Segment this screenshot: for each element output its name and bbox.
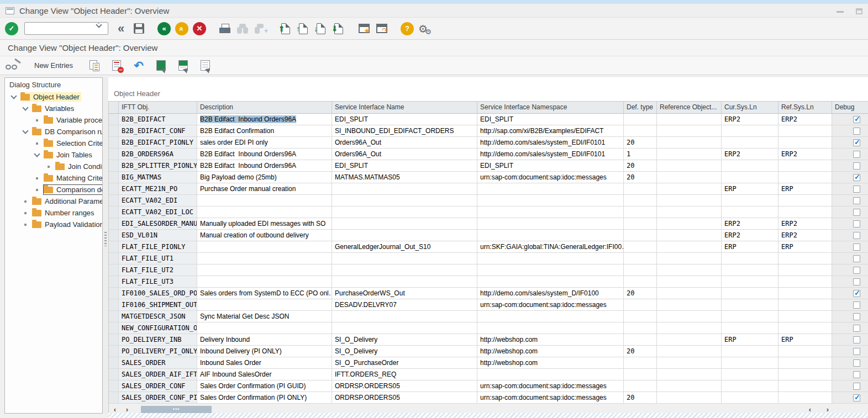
def_type-cell[interactable] (624, 276, 657, 288)
si_name-cell[interactable]: Orders96A_Out (332, 149, 477, 160)
si_name-cell[interactable]: ORDRSP.ORDERS05 (332, 392, 477, 404)
def_type-cell[interactable] (624, 380, 657, 392)
column-header-desc[interactable]: Description (197, 102, 332, 114)
debug-checkbox[interactable] (853, 186, 860, 193)
cur_sys-cell[interactable]: ERP2 (722, 114, 778, 125)
obj-cell[interactable]: PO_DELIVERY_PI_ONLY (119, 346, 197, 357)
desc-cell[interactable]: Sync Material Get Desc JSON (197, 311, 332, 322)
ref_obj-cell[interactable] (657, 346, 722, 357)
row-selector[interactable] (109, 125, 119, 137)
row-selector[interactable] (109, 160, 119, 172)
ref_sys-cell[interactable] (778, 160, 832, 172)
ref_obj-cell[interactable] (657, 392, 722, 404)
ref_sys-cell[interactable]: ERP2 (778, 230, 832, 241)
obj-cell[interactable]: MATGETDESCR_JSON (119, 311, 197, 322)
debug-checkbox[interactable] (853, 116, 860, 123)
def_type-cell[interactable] (624, 207, 657, 218)
row-selector[interactable] (109, 264, 119, 276)
cur_sys-cell[interactable] (722, 137, 778, 149)
si_name-cell[interactable] (332, 230, 477, 241)
si_name-cell[interactable]: PurchaseOrderWS_Out (332, 288, 477, 299)
ref_sys-cell[interactable] (778, 137, 832, 149)
obj-cell[interactable]: EDI_SALESORDER_MANU (119, 218, 197, 230)
debug-checkbox[interactable] (853, 139, 860, 146)
column-header-debug[interactable]: Debug (832, 102, 868, 114)
si_name-cell[interactable]: SI_INBOUND_EDI_EDIFACT_ORDERS (332, 125, 477, 137)
debug-checkbox[interactable] (853, 348, 860, 355)
desc-cell[interactable]: Sales orders from SystemD to ECC (PO onl… (197, 288, 332, 299)
def_type-cell[interactable] (624, 334, 657, 346)
ref_obj-cell[interactable] (657, 230, 722, 241)
ref_obj-cell[interactable] (657, 160, 722, 172)
ref_sys-cell[interactable]: ERP2 (778, 218, 832, 230)
create-session-icon[interactable]: ★ (357, 21, 371, 36)
debug-checkbox[interactable] (853, 394, 860, 401)
ref_sys-cell[interactable] (778, 346, 832, 357)
tree-item-number-ranges[interactable]: Number ranges (5, 207, 102, 219)
def_type-cell[interactable] (624, 114, 657, 125)
si_ns-cell[interactable] (477, 207, 624, 218)
si_name-cell[interactable]: Orders96A_Out (332, 137, 477, 149)
obj-cell[interactable]: ECATT_VA02_EDI_LOC (119, 207, 197, 218)
cur_sys-cell[interactable] (722, 160, 778, 172)
undo-icon[interactable]: ↶ (131, 58, 146, 73)
si_ns-cell[interactable]: http://webshop.com (477, 334, 624, 346)
ref_obj-cell[interactable] (657, 380, 722, 392)
def_type-cell[interactable] (624, 264, 657, 276)
cur_sys-cell[interactable]: ERP (722, 334, 778, 346)
ref_sys-cell[interactable] (778, 125, 832, 137)
ref_sys-cell[interactable] (778, 195, 832, 207)
ref_obj-cell[interactable] (657, 288, 722, 299)
ref_obj-cell[interactable] (657, 299, 722, 311)
def_type-cell[interactable] (624, 195, 657, 207)
tree-item-additional-parameter[interactable]: Additional Parameter (5, 195, 102, 207)
delete-icon[interactable] (109, 58, 124, 73)
desc-cell[interactable]: B2B Edifact Inbound Orders96A (197, 160, 332, 172)
cur_sys-cell[interactable] (722, 195, 778, 207)
si_ns-cell[interactable] (477, 253, 624, 264)
column-header-obj[interactable]: IFTT Obj. (119, 102, 197, 114)
def_type-cell[interactable] (624, 183, 657, 195)
ref_sys-cell[interactable] (778, 392, 832, 404)
ref_obj-cell[interactable] (657, 195, 722, 207)
si_ns-cell[interactable] (477, 218, 624, 230)
ref_obj-cell[interactable] (657, 253, 722, 264)
si_name-cell[interactable] (332, 207, 477, 218)
tree-item-db-comparison-rule[interactable]: DB Comparison rule (5, 126, 102, 137)
tree-item-variables[interactable]: Variables (5, 103, 102, 114)
si_name-cell[interactable]: IFTT.ORDERS_REQ (332, 369, 477, 380)
si_ns-cell[interactable]: urn:sap-com:document:sap:idoc:messages (477, 172, 624, 183)
obj-cell[interactable]: B2B_ORDERS96A (119, 149, 197, 160)
debug-checkbox[interactable] (853, 255, 860, 262)
enter-icon[interactable]: ✓ (4, 21, 19, 36)
si_ns-cell[interactable]: EDI_SPLIT (477, 160, 624, 172)
desc-cell[interactable] (197, 276, 332, 288)
row-selector[interactable] (109, 114, 119, 125)
customize-icon[interactable]: ⚙⚙ (418, 21, 432, 36)
si_name-cell[interactable]: ORDRSP.ORDERS05 (332, 380, 477, 392)
ref_sys-cell[interactable] (778, 322, 832, 334)
tree-item-comparison-details[interactable]: Comparison details (5, 184, 102, 195)
debug-checkbox[interactable] (853, 209, 860, 216)
ref_obj-cell[interactable] (657, 125, 722, 137)
debug-checkbox[interactable] (853, 244, 860, 251)
create-shortcut-icon[interactable]: ↷ (375, 21, 389, 36)
obj-cell[interactable]: SALES_ORDER_CONF (119, 380, 197, 392)
ref_obj-cell[interactable] (657, 241, 722, 253)
copy-as-icon[interactable] (87, 58, 102, 73)
cur_sys-cell[interactable] (722, 357, 778, 369)
def_type-cell[interactable] (624, 230, 657, 241)
si_ns-cell[interactable]: http://demo.com/sales/system_EDI/IF0101 (477, 149, 624, 160)
si_ns-cell[interactable] (477, 322, 624, 334)
obj-cell[interactable]: B2B_EDIFACT_PIONLY (119, 137, 197, 149)
def_type-cell[interactable] (624, 357, 657, 369)
def_type-cell[interactable] (624, 311, 657, 322)
debug-checkbox[interactable] (853, 220, 860, 227)
si_name-cell[interactable] (332, 264, 477, 276)
si_name-cell[interactable]: MATMAS.MATMAS05 (332, 172, 477, 183)
ref_obj-cell[interactable] (657, 357, 722, 369)
debug-checkbox[interactable] (853, 371, 860, 378)
si_ns-cell[interactable] (477, 195, 624, 207)
row-selector[interactable] (109, 149, 119, 160)
chevron-down-icon[interactable] (10, 93, 17, 99)
